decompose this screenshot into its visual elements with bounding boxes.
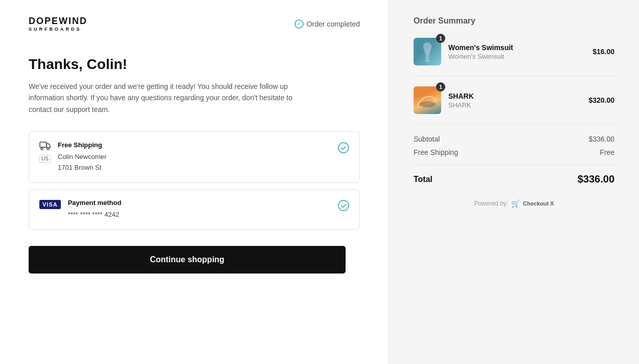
payment-check-icon bbox=[338, 200, 349, 214]
swimsuit-name: Women's Swimsuit bbox=[448, 43, 513, 52]
powered-by-label: Powered by: bbox=[474, 200, 508, 207]
subtotal-label: Subtotal bbox=[414, 135, 440, 143]
svg-point-2 bbox=[47, 148, 49, 150]
swimsuit-quantity-badge: 1 bbox=[436, 34, 445, 43]
order-item-left-swimsuit: 1 Women's Swimsuit Women's Swimsuit bbox=[414, 38, 513, 65]
subtotal-value: $336.00 bbox=[588, 135, 614, 143]
logo-name: DOPEWIND bbox=[29, 16, 87, 27]
order-status-badge: ✓ Order completed bbox=[294, 19, 360, 29]
svg-point-5 bbox=[419, 101, 436, 107]
thanks-heading: Thanks, Colin! bbox=[29, 56, 360, 73]
country-label: US bbox=[39, 155, 51, 163]
shipping-icon-wrap: US bbox=[39, 141, 51, 163]
svg-point-4 bbox=[338, 200, 349, 211]
payment-card: VISA Payment method **** **** **** 4242 bbox=[29, 189, 360, 230]
visa-badge: VISA bbox=[39, 200, 61, 209]
swimsuit-details: Women's Swimsuit Women's Swimsuit bbox=[448, 43, 513, 60]
item-image-wrap-shark: 1 bbox=[414, 86, 441, 114]
shark-quantity-badge: 1 bbox=[436, 82, 445, 92]
order-item-swimsuit: 1 Women's Swimsuit Women's Swimsuit $16.… bbox=[414, 38, 614, 76]
order-item-shark: 1 SHARK SHARK $320.00 bbox=[414, 86, 614, 125]
checkout-brand: Checkout X bbox=[523, 200, 554, 207]
payment-card-left: VISA Payment method **** **** **** 4242 bbox=[39, 199, 121, 220]
logo: DOPEWIND SURFBOARDS bbox=[29, 16, 87, 32]
shipping-info: Free Shipping Colin Newcomer 1701 Brown … bbox=[58, 141, 106, 173]
right-panel: Order Summary 1 Women's Swimsuit Women's… bbox=[389, 0, 639, 364]
order-item-left-shark: 1 SHARK SHARK bbox=[414, 86, 474, 114]
shipping-title: Free Shipping bbox=[58, 141, 106, 149]
logo-sub: SURFBOARDS bbox=[29, 27, 87, 32]
shark-image bbox=[414, 86, 441, 114]
thanks-body: We've received your order and we're gett… bbox=[29, 81, 315, 115]
order-summary-title: Order Summary bbox=[414, 16, 614, 26]
powered-by: Powered by: 🛒 Checkout X bbox=[414, 199, 614, 208]
total-label: Total bbox=[414, 175, 432, 184]
truck-icon bbox=[39, 141, 51, 153]
shark-variant: SHARK bbox=[448, 101, 474, 109]
shipping-row-value: Free bbox=[600, 148, 614, 156]
shipping-card: US Free Shipping Colin Newcomer 1701 Bro… bbox=[29, 131, 360, 183]
header: DOPEWIND SURFBOARDS ✓ Order completed bbox=[29, 16, 360, 32]
shark-price: $320.00 bbox=[588, 96, 614, 104]
swimsuit-image bbox=[414, 38, 441, 65]
item-image-wrap-swimsuit: 1 bbox=[414, 38, 441, 65]
shark-name: SHARK bbox=[448, 92, 474, 100]
total-value: $336.00 bbox=[578, 173, 614, 185]
payment-masked: **** **** **** 4242 bbox=[68, 210, 122, 220]
swimsuit-price: $16.00 bbox=[592, 48, 614, 56]
swimsuit-variant: Women's Swimsuit bbox=[448, 53, 513, 60]
svg-point-3 bbox=[338, 143, 349, 153]
payment-info: Payment method **** **** **** 4242 bbox=[68, 199, 122, 220]
subtotal-row: Subtotal $336.00 bbox=[414, 135, 614, 143]
svg-point-1 bbox=[41, 148, 43, 150]
total-row: Total $336.00 bbox=[414, 165, 614, 185]
shark-details: SHARK SHARK bbox=[448, 92, 474, 109]
visa-icon-wrap: VISA bbox=[39, 199, 61, 209]
shipping-card-left: US Free Shipping Colin Newcomer 1701 Bro… bbox=[39, 141, 106, 173]
payment-title: Payment method bbox=[68, 199, 122, 207]
shipping-check-icon bbox=[338, 142, 349, 156]
continue-shopping-button[interactable]: Continue shopping bbox=[29, 246, 346, 274]
shipping-name: Colin Newcomer bbox=[58, 152, 106, 163]
svg-rect-0 bbox=[40, 142, 47, 147]
shipping-row: Free Shipping Free bbox=[414, 148, 614, 156]
shipping-row-label: Free Shipping bbox=[414, 148, 458, 156]
left-panel: DOPEWIND SURFBOARDS ✓ Order completed Th… bbox=[0, 0, 389, 364]
order-status-label: Order completed bbox=[307, 20, 360, 28]
check-circle-icon: ✓ bbox=[294, 19, 304, 29]
shipping-address: 1701 Brown St bbox=[58, 163, 106, 173]
